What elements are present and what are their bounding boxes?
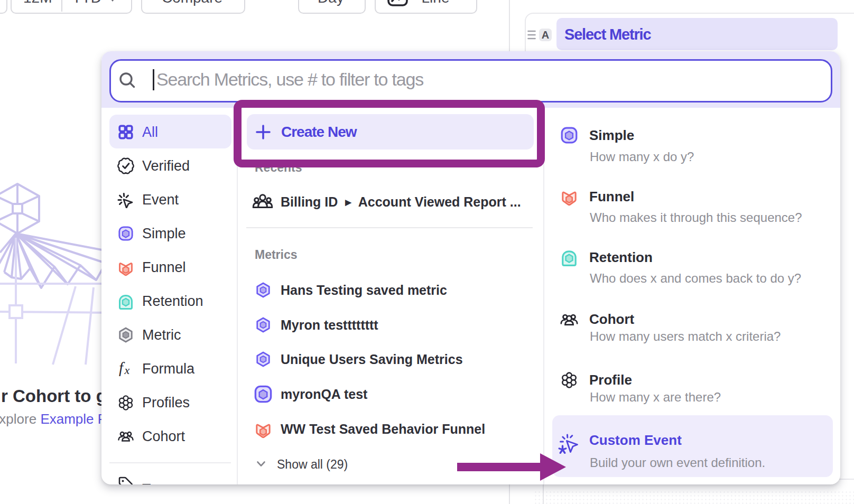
svg-text:x: x bbox=[124, 363, 130, 377]
